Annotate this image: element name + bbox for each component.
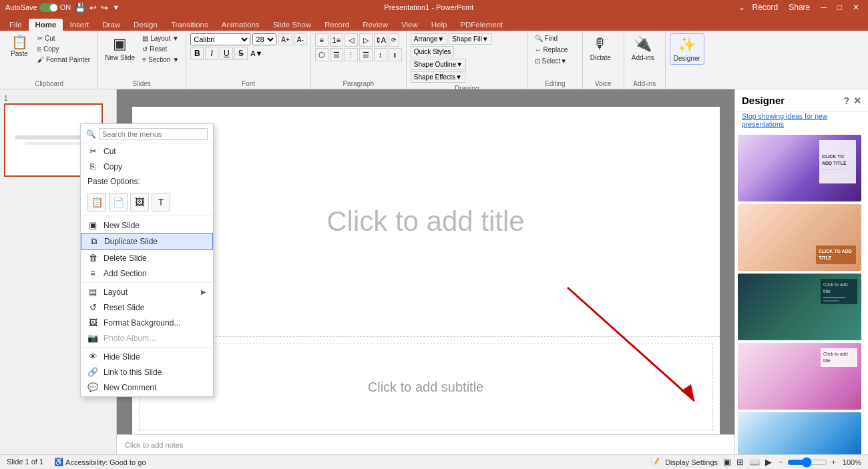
column-button[interactable]: ⫾ (389, 48, 402, 61)
ctx-link-item[interactable]: 🔗 Link to this Slide (81, 364, 213, 380)
bold-button[interactable]: B (190, 47, 204, 60)
replace-button[interactable]: ↔ Replace (532, 45, 570, 55)
save-icon[interactable]: 💾 (75, 3, 85, 13)
tab-view[interactable]: View (395, 19, 425, 31)
dictate-button[interactable]: 🎙 Dictate (587, 33, 614, 63)
tab-file[interactable]: File (3, 19, 29, 31)
ctx-reset-slide-item[interactable]: ↺ Reset Slide (81, 300, 213, 315)
find-button[interactable]: 🔍 Find (532, 33, 560, 43)
zoom-slider[interactable] (787, 458, 827, 466)
new-slide-button[interactable]: ▣ New Slide (101, 33, 138, 63)
tab-record[interactable]: Record (318, 19, 356, 31)
paste-icon-2[interactable]: 📄 (109, 193, 128, 211)
notes-placeholder[interactable]: Click to add notes (125, 441, 183, 449)
paste-icon-4[interactable]: T (152, 193, 170, 211)
autosave-toggle[interactable] (39, 3, 58, 12)
tab-help[interactable]: Help (425, 19, 454, 31)
cut-button[interactable]: ✂ Cut (35, 33, 93, 43)
shape-effects-button[interactable]: Shape Effects▼ (411, 71, 465, 83)
italic-button[interactable]: I (205, 47, 218, 60)
notes-button[interactable]: 📝 (650, 458, 660, 466)
tab-home[interactable]: Home (29, 19, 63, 31)
shape-fill-button[interactable]: Shape Fill▼ (449, 33, 491, 45)
tab-draw[interactable]: Draw (95, 19, 127, 31)
ctx-new-comment-item[interactable]: 💬 New Comment (81, 380, 213, 395)
font-family-select[interactable]: Calibri (190, 33, 250, 45)
align-left-button[interactable]: ⬡ (315, 48, 329, 61)
indent-increase-button[interactable]: ▷ (359, 33, 373, 47)
minimize-button[interactable]: ─ (817, 2, 830, 13)
zoom-level[interactable]: 100% (840, 458, 861, 466)
ctx-copy-item[interactable]: ⎘ Copy (81, 159, 213, 174)
paste-icon-1[interactable]: 📋 (87, 193, 106, 211)
maximize-button[interactable]: □ (834, 2, 845, 13)
arrange-button[interactable]: Arrange▼ (411, 33, 447, 45)
record-button[interactable]: Record (749, 2, 782, 13)
ctx-format-bg-item[interactable]: 🖼 Format Background... (81, 315, 213, 330)
more-icon[interactable]: ▼ (112, 3, 120, 11)
context-search-input[interactable] (99, 128, 208, 140)
close-button[interactable]: ✕ (849, 2, 863, 13)
ribbon-collapse-icon[interactable]: ⌄ (738, 3, 745, 12)
design-thumb-2[interactable]: CLICK TO ADD TITLE (738, 204, 861, 271)
paste-icon-3[interactable]: 🖼 (130, 193, 149, 211)
zoom-out-button[interactable]: － (777, 457, 785, 467)
font-increase-button[interactable]: A+ (278, 33, 292, 45)
layout-button[interactable]: ▤Layout ▼ (140, 33, 182, 43)
align-right-button[interactable]: ⋮ (345, 48, 358, 61)
text-align-button[interactable]: ☰ (359, 48, 373, 61)
slide-view-reading[interactable]: 📖 (749, 457, 760, 467)
paste-button[interactable]: 📋 Paste (5, 33, 33, 59)
tab-animations[interactable]: Animations (215, 19, 266, 31)
tab-pdfelement[interactable]: PDFelement (453, 19, 509, 31)
bullet-list-button[interactable]: ≡ (315, 33, 329, 47)
align-center-button[interactable]: ☰ (330, 48, 343, 61)
tab-design[interactable]: Design (127, 19, 164, 31)
designer-ribbon-button[interactable]: ✨ Designer (670, 33, 704, 65)
designer-close-icon[interactable]: ✕ (853, 95, 861, 106)
font-color-button[interactable]: A▼ (249, 48, 264, 59)
display-settings-button[interactable]: Display Settings (665, 458, 718, 466)
designer-help-icon[interactable]: ? (843, 95, 849, 106)
shape-outline-button[interactable]: Shape Outline▼ (411, 59, 466, 70)
ctx-cut-item[interactable]: ✂ Cut (81, 143, 213, 159)
select-button[interactable]: ⊡ Select▼ (532, 56, 570, 66)
text-direction-button[interactable]: ⇕A (374, 33, 387, 47)
ctx-hide-slide-item[interactable]: 👁 Hide Slide (81, 349, 213, 364)
numbering-button[interactable]: 1≡ (330, 33, 343, 47)
slide-subtitle-area[interactable]: Click to add subtitle (139, 344, 713, 430)
reset-button[interactable]: ↺ Reset (140, 44, 182, 54)
designer-link[interactable]: Stop showing ideas for new presentations (735, 112, 868, 132)
accessibility-status[interactable]: ♿ Accessibility: Good to go (54, 458, 146, 466)
undo-icon[interactable]: ↩ (89, 3, 97, 13)
quick-styles-button[interactable]: Quick Styles (411, 46, 455, 57)
slide-view-slidesorter[interactable]: ⊞ (736, 457, 744, 467)
font-size-select[interactable]: 28 (252, 33, 276, 45)
format-painter-button[interactable]: 🖌 Format Painter (35, 55, 93, 65)
design-thumb-4[interactable]: Click to add title (738, 343, 861, 410)
indent-decrease-button[interactable]: ◁ (345, 33, 358, 47)
tab-transitions[interactable]: Transitions (164, 19, 215, 31)
strikethrough-button[interactable]: S̶ (234, 47, 248, 60)
copy-button[interactable]: ⎘ Copy (35, 44, 93, 54)
ctx-delete-slide-item[interactable]: 🗑 Delete Slide (81, 250, 213, 266)
tab-insert[interactable]: Insert (63, 19, 95, 31)
convert-smartart-button[interactable]: ⟳ (389, 33, 399, 47)
ctx-new-slide-item[interactable]: ▣ New Slide (81, 217, 213, 233)
design-thumb-3[interactable]: Click to add title (738, 274, 861, 340)
ctx-add-section-item[interactable]: ≡ Add Section (81, 266, 213, 281)
section-button[interactable]: ≡ Section ▼ (140, 55, 182, 65)
redo-icon[interactable]: ↪ (101, 3, 108, 13)
ctx-layout-item[interactable]: ▤ Layout ▶ (81, 284, 213, 300)
addins-button[interactable]: 🔌 Add-ins (628, 33, 658, 63)
ctx-duplicate-slide-item[interactable]: ⧉ Duplicate Slide (81, 233, 213, 250)
line-spacing-button[interactable]: ↕ (374, 48, 387, 61)
design-thumb-5[interactable]: CLICK TO ADD TITLE (738, 412, 861, 454)
font-decrease-button[interactable]: A- (294, 33, 306, 45)
slide-title-area[interactable]: Click to add title (132, 107, 720, 337)
underline-button[interactable]: U (220, 47, 233, 60)
tab-review[interactable]: Review (356, 19, 395, 31)
share-button[interactable]: Share (785, 2, 813, 13)
slide-view-normal[interactable]: ▣ (723, 457, 731, 467)
tab-slideshow[interactable]: Slide Show (266, 19, 318, 31)
